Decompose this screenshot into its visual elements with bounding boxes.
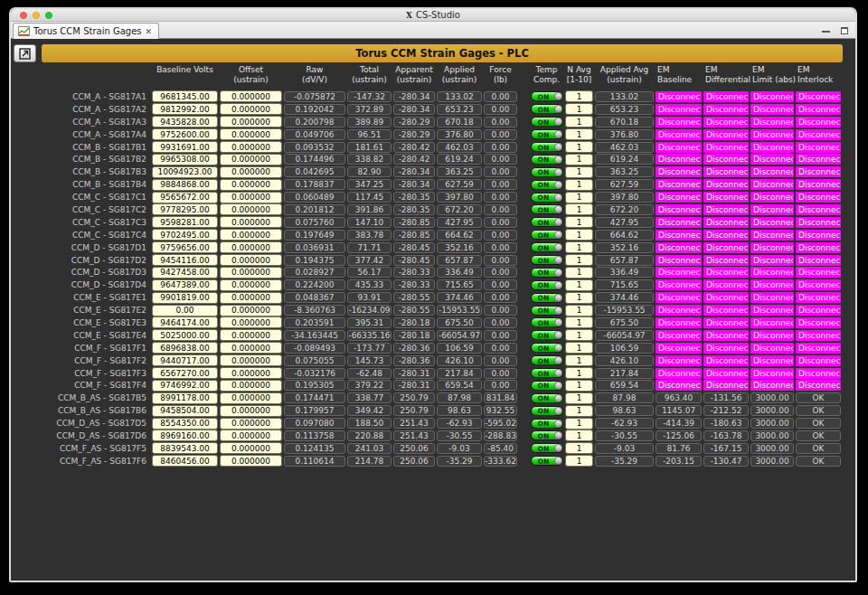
n-avg-input[interactable] xyxy=(565,241,593,253)
baseline-volts-input[interactable] xyxy=(152,455,218,467)
offset-input[interactable] xyxy=(220,116,282,128)
offset-input[interactable] xyxy=(220,90,282,102)
n-avg-input[interactable] xyxy=(565,192,593,203)
temp-comp-toggle[interactable]: ON xyxy=(531,456,563,466)
offset-input[interactable] xyxy=(220,166,282,178)
tab-torus-ccm-strain-gages[interactable]: Torus CCM Strain Gages ✕ xyxy=(13,23,159,39)
offset-input[interactable] xyxy=(220,279,282,291)
n-avg-input[interactable] xyxy=(565,154,593,165)
temp-comp-toggle[interactable]: ON xyxy=(531,129,563,139)
n-avg-input[interactable] xyxy=(565,305,593,316)
baseline-volts-input[interactable] xyxy=(152,418,218,430)
temp-comp-toggle[interactable]: ON xyxy=(531,343,563,353)
baseline-volts-input[interactable] xyxy=(152,103,218,115)
offset-input[interactable] xyxy=(220,455,282,467)
n-avg-input[interactable] xyxy=(565,442,593,454)
offset-input[interactable] xyxy=(220,254,282,266)
open-opi-shell-button[interactable] xyxy=(14,44,36,62)
n-avg-input[interactable] xyxy=(565,455,593,467)
n-avg-input[interactable] xyxy=(565,316,593,328)
baseline-volts-input[interactable] xyxy=(152,329,218,341)
offset-input[interactable] xyxy=(220,203,282,215)
offset-input[interactable] xyxy=(220,329,282,341)
n-avg-input[interactable] xyxy=(565,354,593,366)
baseline-volts-input[interactable] xyxy=(152,241,218,253)
baseline-volts-input[interactable] xyxy=(152,267,218,279)
temp-comp-toggle[interactable]: ON xyxy=(531,355,563,365)
temp-comp-toggle[interactable]: ON xyxy=(531,368,563,378)
n-avg-input[interactable] xyxy=(565,279,593,291)
n-avg-input[interactable] xyxy=(565,229,593,241)
temp-comp-toggle[interactable]: ON xyxy=(531,193,563,203)
offset-input[interactable] xyxy=(220,229,282,241)
baseline-volts-input[interactable] xyxy=(152,380,218,392)
baseline-volts-input[interactable] xyxy=(152,279,218,291)
offset-input[interactable] xyxy=(220,292,282,304)
temp-comp-toggle[interactable]: ON xyxy=(531,268,563,278)
offset-input[interactable] xyxy=(220,442,282,454)
offset-input[interactable] xyxy=(220,430,282,441)
baseline-volts-input[interactable] xyxy=(152,392,218,404)
n-avg-input[interactable] xyxy=(565,367,593,379)
baseline-volts-input[interactable] xyxy=(152,216,218,228)
temp-comp-toggle[interactable]: ON xyxy=(531,167,563,177)
temp-comp-toggle[interactable]: ON xyxy=(531,230,563,240)
baseline-volts-input[interactable] xyxy=(152,229,218,241)
offset-input[interactable] xyxy=(220,192,282,203)
baseline-volts-input[interactable] xyxy=(152,442,218,454)
temp-comp-toggle[interactable]: ON xyxy=(531,217,563,227)
baseline-volts-input[interactable] xyxy=(152,316,218,328)
baseline-volts-input[interactable] xyxy=(152,179,218,191)
offset-input[interactable] xyxy=(220,342,282,354)
temp-comp-toggle[interactable]: ON xyxy=(531,381,563,391)
offset-input[interactable] xyxy=(220,141,282,153)
n-avg-input[interactable] xyxy=(565,267,593,279)
n-avg-input[interactable] xyxy=(565,418,593,430)
temp-comp-toggle[interactable]: ON xyxy=(531,317,563,327)
n-avg-input[interactable] xyxy=(565,203,593,215)
n-avg-input[interactable] xyxy=(565,292,593,304)
temp-comp-toggle[interactable]: ON xyxy=(531,280,563,290)
offset-input[interactable] xyxy=(220,305,282,316)
offset-input[interactable] xyxy=(220,267,282,279)
baseline-volts-input[interactable] xyxy=(152,292,218,304)
temp-comp-toggle[interactable]: ON xyxy=(531,142,563,152)
baseline-volts-input[interactable] xyxy=(152,192,218,203)
offset-input[interactable] xyxy=(220,103,282,115)
temp-comp-toggle[interactable]: ON xyxy=(531,117,563,127)
temp-comp-toggle[interactable]: ON xyxy=(531,419,563,429)
temp-comp-toggle[interactable]: ON xyxy=(531,393,563,403)
offset-input[interactable] xyxy=(220,380,282,392)
baseline-volts-input[interactable] xyxy=(152,116,218,128)
baseline-volts-input[interactable] xyxy=(152,254,218,266)
offset-input[interactable] xyxy=(220,418,282,430)
n-avg-input[interactable] xyxy=(565,103,593,115)
n-avg-input[interactable] xyxy=(565,405,593,417)
baseline-volts-input[interactable] xyxy=(152,405,218,417)
temp-comp-toggle[interactable]: ON xyxy=(531,91,563,101)
baseline-volts-input[interactable] xyxy=(152,154,218,165)
baseline-volts-input[interactable] xyxy=(152,354,218,366)
baseline-volts-input[interactable] xyxy=(152,166,218,178)
temp-comp-toggle[interactable]: ON xyxy=(531,443,563,453)
n-avg-input[interactable] xyxy=(565,430,593,441)
temp-comp-toggle[interactable]: ON xyxy=(531,330,563,340)
baseline-volts-input[interactable] xyxy=(152,342,218,354)
baseline-volts-input[interactable] xyxy=(152,203,218,215)
n-avg-input[interactable] xyxy=(565,116,593,128)
offset-input[interactable] xyxy=(220,392,282,404)
n-avg-input[interactable] xyxy=(565,141,593,153)
temp-comp-toggle[interactable]: ON xyxy=(531,306,563,316)
n-avg-input[interactable] xyxy=(565,342,593,354)
temp-comp-toggle[interactable]: ON xyxy=(531,204,563,214)
tab-close-icon[interactable]: ✕ xyxy=(146,27,153,36)
offset-input[interactable] xyxy=(220,367,282,379)
temp-comp-toggle[interactable]: ON xyxy=(531,255,563,265)
temp-comp-toggle[interactable]: ON xyxy=(531,104,563,114)
baseline-volts-input[interactable] xyxy=(152,141,218,153)
n-avg-input[interactable] xyxy=(565,216,593,228)
baseline-volts-input[interactable] xyxy=(152,430,218,441)
minimize-view-icon[interactable] xyxy=(822,29,830,33)
n-avg-input[interactable] xyxy=(565,392,593,404)
baseline-volts-input[interactable] xyxy=(152,367,218,379)
